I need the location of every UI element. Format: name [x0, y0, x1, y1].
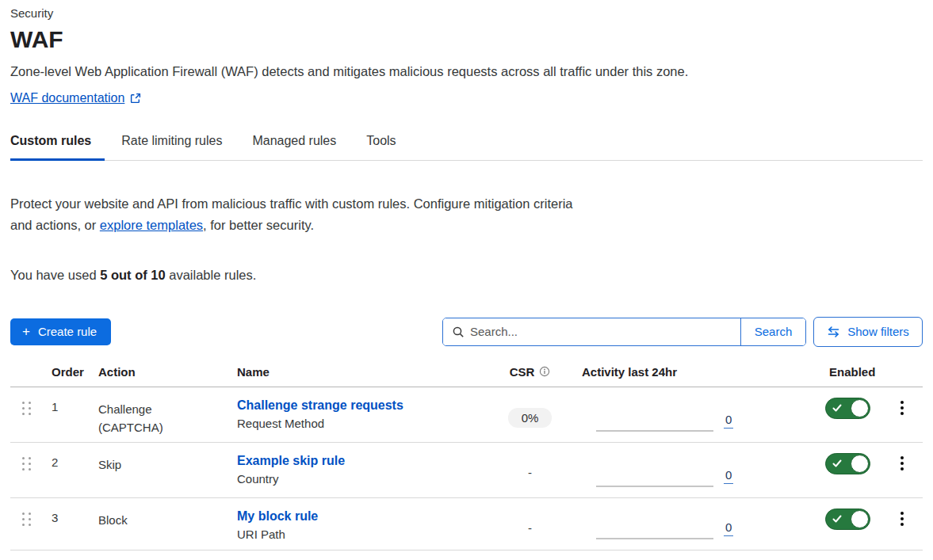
- rule-name-link[interactable]: Challenge strange requests: [237, 398, 492, 413]
- enabled-toggle[interactable]: [825, 453, 870, 474]
- csr-value: -: [528, 521, 532, 535]
- create-rule-button[interactable]: + Create rule: [10, 318, 111, 345]
- kebab-menu-icon[interactable]: [896, 399, 908, 442]
- tab-managed-rules[interactable]: Managed rules: [252, 134, 336, 160]
- intro-text-after: , for better security.: [203, 218, 314, 232]
- rule-order: 3: [40, 498, 87, 550]
- rule-name-link[interactable]: Example skip rule: [237, 454, 492, 468]
- activity-sparkline: [596, 430, 713, 432]
- search-icon: [452, 326, 465, 338]
- usage-count: 5 out of 10: [100, 268, 166, 282]
- search-group: Search: [442, 318, 806, 346]
- drag-handle-icon[interactable]: [22, 402, 31, 415]
- toggle-knob: [851, 399, 869, 417]
- rules-table: Order Action Name CSR Activity last 24hr…: [10, 347, 923, 550]
- rule-action: Block: [98, 511, 128, 529]
- usage-suffix: available rules.: [166, 268, 257, 282]
- rule-action: Challenge (CAPTCHA): [98, 400, 174, 437]
- kebab-menu-icon[interactable]: [896, 455, 908, 497]
- page-description: Zone-level Web Application Firewall (WAF…: [10, 64, 923, 79]
- enabled-toggle[interactable]: [825, 398, 870, 419]
- tab-rate-limiting-rules[interactable]: Rate limiting rules: [121, 134, 222, 160]
- rule-field: Request Method: [237, 417, 492, 430]
- toolbar-right: Search Show filters: [442, 317, 923, 347]
- check-icon: [832, 404, 842, 413]
- header-name: Name: [227, 365, 492, 379]
- info-icon[interactable]: [539, 366, 550, 377]
- header-activity: Activity last 24hr: [568, 365, 805, 379]
- rules-usage-text: You have used 5 out of 10 available rule…: [10, 268, 923, 283]
- tab-custom-rules[interactable]: Custom rules: [10, 134, 91, 160]
- toggle-knob: [851, 510, 869, 528]
- external-link-icon: [130, 93, 141, 104]
- plus-icon: +: [22, 325, 30, 338]
- header-action: Action: [87, 365, 227, 379]
- intro-paragraph: Protect your website and API from malici…: [10, 193, 597, 237]
- tab-tools[interactable]: Tools: [366, 134, 396, 160]
- drag-handle-icon[interactable]: [22, 512, 31, 526]
- rule-name-link[interactable]: My block rule: [237, 509, 492, 524]
- rule-field: URI Path: [237, 528, 492, 541]
- enabled-toggle[interactable]: [825, 509, 870, 530]
- rule-order: 2: [40, 443, 87, 497]
- activity-sparkline: [596, 538, 713, 539]
- table-row: 2 Skip Example skip rule Country - 0: [10, 443, 923, 498]
- activity-sparkline: [596, 486, 713, 487]
- header-csr: CSR: [492, 365, 568, 379]
- header-order: Order: [40, 365, 87, 379]
- kebab-menu-icon[interactable]: [896, 510, 908, 550]
- waf-page: Security WAF Zone-level Web Application …: [0, 0, 933, 550]
- create-rule-label: Create rule: [38, 325, 97, 338]
- waf-tabs: Custom rules Rate limiting rules Managed…: [10, 134, 923, 161]
- search-button[interactable]: Search: [740, 318, 805, 345]
- csr-value: -: [528, 466, 532, 479]
- drag-handle-icon[interactable]: [22, 457, 31, 470]
- check-icon: [832, 515, 842, 524]
- header-csr-label: CSR: [510, 365, 535, 379]
- swap-arrows-icon: [827, 326, 840, 338]
- show-filters-button[interactable]: Show filters: [813, 317, 923, 347]
- breadcrumb-section-label: Security: [10, 6, 923, 20]
- rules-toolbar: + Create rule Search Show filt: [10, 317, 923, 347]
- check-icon: [832, 459, 842, 468]
- waf-documentation-link[interactable]: WAF documentation: [10, 91, 124, 105]
- page-title: WAF: [10, 26, 923, 54]
- search-input[interactable]: [443, 318, 740, 345]
- header-enabled: Enabled: [805, 365, 881, 379]
- search-box: [443, 318, 740, 345]
- table-row: 3 Block My block rule URI Path - 0: [10, 498, 923, 550]
- usage-prefix: You have used: [10, 268, 100, 282]
- documentation-link-row: WAF documentation: [10, 91, 923, 105]
- table-row: 1 Challenge (CAPTCHA) Challenge strange …: [10, 387, 923, 443]
- activity-count-link[interactable]: 0: [724, 468, 733, 484]
- show-filters-label: Show filters: [847, 325, 909, 338]
- toggle-knob: [851, 455, 869, 473]
- activity-count-link[interactable]: 0: [724, 413, 733, 429]
- rule-action: Skip: [98, 455, 121, 474]
- csr-value-badge: 0%: [508, 408, 553, 428]
- activity-count-link[interactable]: 0: [724, 520, 733, 536]
- rule-order: 1: [40, 387, 87, 442]
- explore-templates-link[interactable]: explore templates: [100, 218, 203, 232]
- table-header-row: Order Action Name CSR Activity last 24hr…: [10, 347, 923, 387]
- rule-field: Country: [237, 472, 492, 486]
